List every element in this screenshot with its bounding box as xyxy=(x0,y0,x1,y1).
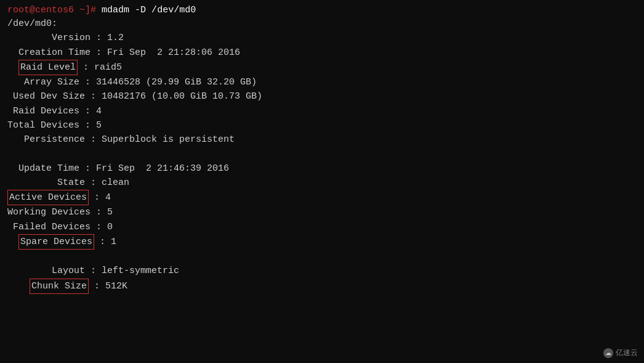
persistence-line: Persistence : Superblock is persistent xyxy=(7,133,637,147)
state-line: State : clean xyxy=(7,176,637,190)
update-time-line: Update Time : Fri Sep 2 21:46:39 2016 xyxy=(7,161,637,176)
watermark-icon: ☁ xyxy=(603,348,613,358)
prompt-path: ~ xyxy=(79,5,85,15)
active-devices-line: Active Devices : 4 xyxy=(7,190,637,205)
raid-level-line: Raid Level : raid5 xyxy=(7,60,637,75)
prompt-symbol: # xyxy=(91,5,96,15)
blank-line-1 xyxy=(7,147,637,161)
prompt-user: root xyxy=(7,5,30,15)
spare-devices-line: Spare Devices : 1 xyxy=(7,234,637,250)
raid-devices-line: Raid Devices : 4 xyxy=(7,104,637,118)
failed-devices-line: Failed Devices : 0 xyxy=(7,220,637,234)
prompt-host: centos6 xyxy=(35,5,74,15)
layout-line: Layout : left-symmetric xyxy=(7,264,637,278)
chunk-size-boxed: Chunk Size xyxy=(30,279,89,294)
total-devices-line: Total Devices : 5 xyxy=(7,118,637,133)
used-dev-size-line: Used Dev Size : 10482176 (10.00 GiB 10.7… xyxy=(7,89,637,104)
prompt-space xyxy=(74,5,79,15)
prompt-line: root@centos6 ~]# mdadm -D /dev/md0 xyxy=(7,5,637,15)
watermark: ☁ 亿速云 xyxy=(603,348,638,358)
command-text: mdadm -D /dev/md0 xyxy=(96,5,196,15)
terminal-window: root@centos6 ~]# mdadm -D /dev/md0 /dev/… xyxy=(0,0,644,363)
working-devices-line: Working Devices : 5 xyxy=(7,205,637,219)
blank-line-2 xyxy=(7,250,637,264)
device-line: /dev/md0: xyxy=(7,17,637,31)
active-devices-boxed: Active Devices xyxy=(7,190,89,205)
watermark-text: 亿速云 xyxy=(616,348,638,358)
chunk-size-line: Chunk Size : 512K xyxy=(7,279,637,294)
output-block: /dev/md0: Version : 1.2 Creation Time : … xyxy=(7,17,637,294)
raid-level-boxed: Raid Level xyxy=(18,60,78,75)
array-size-line: Array Size : 31446528 (29.99 GiB 32.20 G… xyxy=(7,75,637,89)
spare-devices-boxed: Spare Devices xyxy=(18,234,94,250)
version-line: Version : 1.2 xyxy=(7,31,637,45)
creation-time-line: Creation Time : Fri Sep 2 21:28:06 2016 xyxy=(7,46,637,60)
prompt-at: @ xyxy=(30,5,35,15)
prompt-bracket: ] xyxy=(85,5,91,15)
